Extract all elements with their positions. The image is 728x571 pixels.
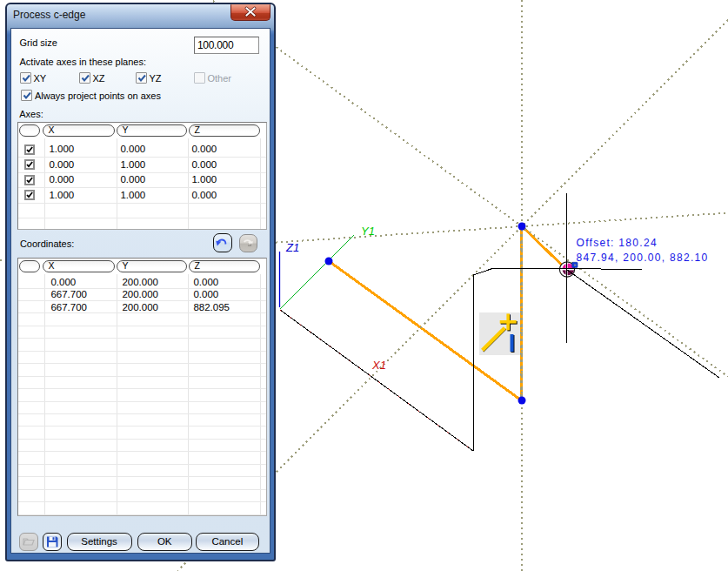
svg-text:847.94, 200.00, 882.10: 847.94, 200.00, 882.10 [577, 252, 709, 264]
svg-text:Y1: Y1 [361, 225, 375, 238]
svg-text:X1: X1 [371, 359, 386, 372]
svg-text:Offset: 180.24: Offset: 180.24 [577, 237, 658, 249]
svg-text:Z1: Z1 [285, 241, 299, 254]
